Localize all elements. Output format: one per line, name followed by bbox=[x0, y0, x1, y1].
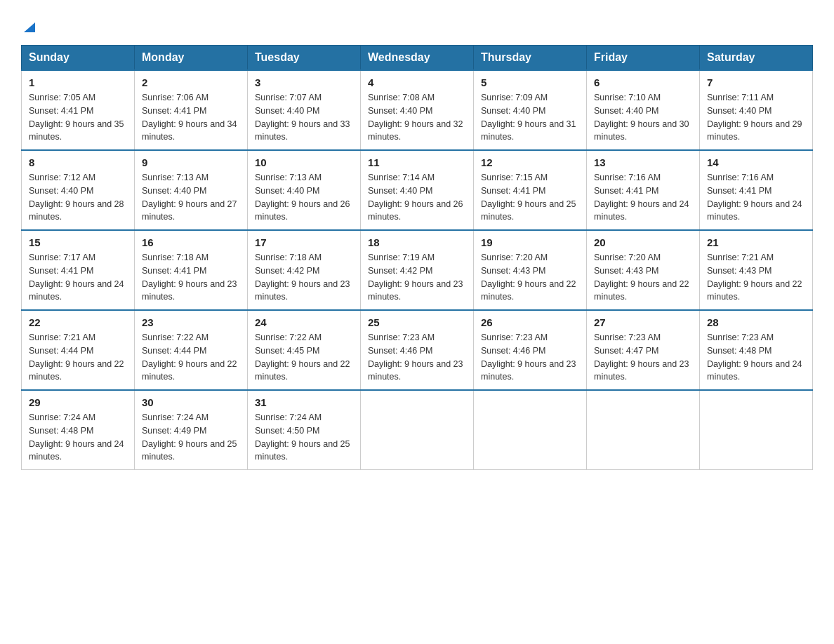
daylight-text: Daylight: 9 hours and 24 minutes. bbox=[594, 199, 689, 222]
calendar-table: SundayMondayTuesdayWednesdayThursdayFrid… bbox=[21, 45, 813, 470]
sunrise-text: Sunrise: 7:11 AM bbox=[707, 93, 774, 102]
sunset-text: Sunset: 4:40 PM bbox=[368, 186, 432, 196]
sunrise-text: Sunrise: 7:18 AM bbox=[255, 253, 322, 262]
daylight-text: Daylight: 9 hours and 25 minutes. bbox=[255, 439, 350, 462]
day-info: Sunrise: 7:10 AMSunset: 4:40 PMDaylight:… bbox=[594, 91, 692, 144]
sunrise-text: Sunrise: 7:23 AM bbox=[481, 333, 548, 342]
day-info: Sunrise: 7:17 AMSunset: 4:41 PMDaylight:… bbox=[29, 251, 127, 304]
day-info: Sunrise: 7:16 AMSunset: 4:41 PMDaylight:… bbox=[707, 171, 805, 224]
sunrise-text: Sunrise: 7:23 AM bbox=[707, 333, 774, 342]
calendar-cell: 14Sunrise: 7:16 AMSunset: 4:41 PMDayligh… bbox=[700, 150, 813, 230]
sunrise-text: Sunrise: 7:21 AM bbox=[707, 253, 774, 262]
calendar-header-thursday: Thursday bbox=[474, 46, 587, 71]
daylight-text: Daylight: 9 hours and 26 minutes. bbox=[255, 199, 350, 222]
day-info: Sunrise: 7:14 AMSunset: 4:40 PMDaylight:… bbox=[368, 171, 466, 224]
calendar-cell: 17Sunrise: 7:18 AMSunset: 4:42 PMDayligh… bbox=[248, 230, 361, 310]
calendar-cell: 25Sunrise: 7:23 AMSunset: 4:46 PMDayligh… bbox=[361, 310, 474, 390]
day-number: 31 bbox=[255, 396, 353, 408]
day-number: 30 bbox=[142, 396, 240, 408]
sunset-text: Sunset: 4:41 PM bbox=[29, 266, 93, 276]
sunset-text: Sunset: 4:44 PM bbox=[142, 346, 206, 356]
sunrise-text: Sunrise: 7:05 AM bbox=[29, 93, 95, 102]
calendar-cell: 16Sunrise: 7:18 AMSunset: 4:41 PMDayligh… bbox=[135, 230, 248, 310]
day-info: Sunrise: 7:22 AMSunset: 4:44 PMDaylight:… bbox=[142, 331, 240, 384]
day-number: 24 bbox=[255, 316, 353, 328]
sunset-text: Sunset: 4:41 PM bbox=[707, 186, 772, 196]
day-number: 4 bbox=[368, 76, 466, 88]
daylight-text: Daylight: 9 hours and 24 minutes. bbox=[29, 279, 124, 302]
calendar-cell: 20Sunrise: 7:20 AMSunset: 4:43 PMDayligh… bbox=[587, 230, 700, 310]
day-number: 29 bbox=[29, 396, 127, 408]
sunset-text: Sunset: 4:43 PM bbox=[707, 266, 772, 276]
day-number: 21 bbox=[707, 236, 805, 248]
sunrise-text: Sunrise: 7:19 AM bbox=[368, 253, 435, 262]
calendar-cell: 10Sunrise: 7:13 AMSunset: 4:40 PMDayligh… bbox=[248, 150, 361, 230]
day-info: Sunrise: 7:24 AMSunset: 4:50 PMDaylight:… bbox=[255, 411, 353, 464]
sunset-text: Sunset: 4:40 PM bbox=[707, 106, 772, 116]
day-info: Sunrise: 7:21 AMSunset: 4:43 PMDaylight:… bbox=[707, 251, 805, 304]
day-info: Sunrise: 7:23 AMSunset: 4:48 PMDaylight:… bbox=[707, 331, 805, 384]
calendar-cell: 15Sunrise: 7:17 AMSunset: 4:41 PMDayligh… bbox=[22, 230, 135, 310]
calendar-cell: 5Sunrise: 7:09 AMSunset: 4:40 PMDaylight… bbox=[474, 70, 587, 150]
logo bbox=[21, 14, 37, 38]
daylight-text: Daylight: 9 hours and 23 minutes. bbox=[481, 359, 576, 382]
day-number: 1 bbox=[29, 76, 127, 88]
calendar-header-wednesday: Wednesday bbox=[361, 46, 474, 71]
day-number: 19 bbox=[481, 236, 579, 248]
sunrise-text: Sunrise: 7:23 AM bbox=[368, 333, 435, 342]
day-info: Sunrise: 7:06 AMSunset: 4:41 PMDaylight:… bbox=[142, 91, 240, 144]
calendar-cell bbox=[361, 390, 474, 470]
calendar-cell: 12Sunrise: 7:15 AMSunset: 4:41 PMDayligh… bbox=[474, 150, 587, 230]
day-info: Sunrise: 7:08 AMSunset: 4:40 PMDaylight:… bbox=[368, 91, 466, 144]
sunset-text: Sunset: 4:43 PM bbox=[594, 266, 658, 276]
calendar-cell: 2Sunrise: 7:06 AMSunset: 4:41 PMDaylight… bbox=[135, 70, 248, 150]
daylight-text: Daylight: 9 hours and 31 minutes. bbox=[481, 119, 576, 142]
calendar-cell bbox=[474, 390, 587, 470]
sunrise-text: Sunrise: 7:18 AM bbox=[142, 253, 208, 262]
calendar-cell: 3Sunrise: 7:07 AMSunset: 4:40 PMDaylight… bbox=[248, 70, 361, 150]
calendar-week-row: 29Sunrise: 7:24 AMSunset: 4:48 PMDayligh… bbox=[22, 390, 813, 470]
day-info: Sunrise: 7:11 AMSunset: 4:40 PMDaylight:… bbox=[707, 91, 805, 144]
calendar-week-row: 1Sunrise: 7:05 AMSunset: 4:41 PMDaylight… bbox=[22, 70, 813, 150]
daylight-text: Daylight: 9 hours and 28 minutes. bbox=[29, 199, 124, 222]
day-number: 12 bbox=[481, 156, 579, 168]
day-info: Sunrise: 7:09 AMSunset: 4:40 PMDaylight:… bbox=[481, 91, 579, 144]
calendar-cell: 26Sunrise: 7:23 AMSunset: 4:46 PMDayligh… bbox=[474, 310, 587, 390]
calendar-cell: 13Sunrise: 7:16 AMSunset: 4:41 PMDayligh… bbox=[587, 150, 700, 230]
daylight-text: Daylight: 9 hours and 25 minutes. bbox=[142, 439, 237, 462]
daylight-text: Daylight: 9 hours and 23 minutes. bbox=[142, 279, 237, 302]
sunrise-text: Sunrise: 7:13 AM bbox=[142, 173, 208, 182]
sunset-text: Sunset: 4:43 PM bbox=[481, 266, 545, 276]
calendar-cell: 11Sunrise: 7:14 AMSunset: 4:40 PMDayligh… bbox=[361, 150, 474, 230]
sunrise-text: Sunrise: 7:15 AM bbox=[481, 173, 548, 182]
calendar-cell bbox=[587, 390, 700, 470]
day-info: Sunrise: 7:19 AMSunset: 4:42 PMDaylight:… bbox=[368, 251, 466, 304]
daylight-text: Daylight: 9 hours and 22 minutes. bbox=[594, 279, 689, 302]
sunrise-text: Sunrise: 7:16 AM bbox=[707, 173, 774, 182]
sunset-text: Sunset: 4:49 PM bbox=[142, 426, 206, 436]
calendar-cell: 21Sunrise: 7:21 AMSunset: 4:43 PMDayligh… bbox=[700, 230, 813, 310]
daylight-text: Daylight: 9 hours and 24 minutes. bbox=[29, 439, 124, 462]
sunrise-text: Sunrise: 7:06 AM bbox=[142, 93, 208, 102]
calendar-cell: 29Sunrise: 7:24 AMSunset: 4:48 PMDayligh… bbox=[22, 390, 135, 470]
calendar-cell: 7Sunrise: 7:11 AMSunset: 4:40 PMDaylight… bbox=[700, 70, 813, 150]
day-number: 10 bbox=[255, 156, 353, 168]
sunrise-text: Sunrise: 7:13 AM bbox=[255, 173, 322, 182]
day-info: Sunrise: 7:15 AMSunset: 4:41 PMDaylight:… bbox=[481, 171, 579, 224]
svg-marker-0 bbox=[24, 22, 35, 32]
day-number: 18 bbox=[368, 236, 466, 248]
sunrise-text: Sunrise: 7:09 AM bbox=[481, 93, 548, 102]
sunset-text: Sunset: 4:40 PM bbox=[255, 106, 319, 116]
day-info: Sunrise: 7:20 AMSunset: 4:43 PMDaylight:… bbox=[594, 251, 692, 304]
sunrise-text: Sunrise: 7:08 AM bbox=[368, 93, 435, 102]
sunset-text: Sunset: 4:47 PM bbox=[594, 346, 658, 356]
sunset-text: Sunset: 4:46 PM bbox=[368, 346, 432, 356]
calendar-header-saturday: Saturday bbox=[700, 46, 813, 71]
sunset-text: Sunset: 4:44 PM bbox=[29, 346, 93, 356]
calendar-cell: 30Sunrise: 7:24 AMSunset: 4:49 PMDayligh… bbox=[135, 390, 248, 470]
day-number: 17 bbox=[255, 236, 353, 248]
day-number: 13 bbox=[594, 156, 692, 168]
day-number: 23 bbox=[142, 316, 240, 328]
daylight-text: Daylight: 9 hours and 23 minutes. bbox=[594, 359, 689, 382]
daylight-text: Daylight: 9 hours and 22 minutes. bbox=[255, 359, 350, 382]
